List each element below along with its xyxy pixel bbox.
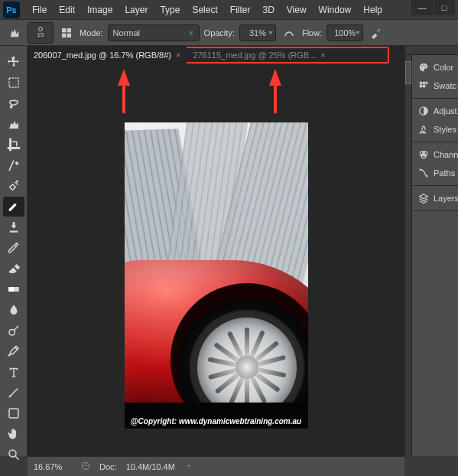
status-bar: 16.67% Doc: 10.4M/10.4M bbox=[28, 456, 404, 476]
document-canvas: @Copyright: www.dynamicwebtraining.com.a… bbox=[125, 122, 308, 429]
window-buttons: — □ bbox=[411, 0, 455, 15]
document-tab[interactable]: 206007_med.jpg @ 16.7% (RGB/8#)× bbox=[28, 46, 187, 64]
document-tabstrip: 206007_med.jpg @ 16.7% (RGB/8#)×276115_m… bbox=[28, 46, 404, 64]
layers-panel[interactable]: Layers bbox=[412, 189, 458, 207]
menu-file[interactable]: File bbox=[26, 5, 53, 15]
svg-rect-3 bbox=[67, 33, 71, 37]
dodge-tool[interactable] bbox=[3, 321, 24, 341]
menu-3d[interactable]: 3D bbox=[256, 5, 280, 15]
menu-filter[interactable]: Filter bbox=[224, 5, 257, 15]
paths-panel[interactable]: Paths bbox=[412, 164, 458, 182]
clone-stamp-tool[interactable] bbox=[3, 217, 24, 237]
shape-tool[interactable] bbox=[3, 403, 24, 423]
menu-image[interactable]: Image bbox=[81, 5, 119, 15]
panel-label: Adjust bbox=[434, 106, 457, 116]
menu-select[interactable]: Select bbox=[186, 5, 223, 15]
panel-label: Paths bbox=[434, 168, 455, 178]
brush-preset-picker[interactable]: 15 bbox=[28, 22, 54, 44]
lasso-tool[interactable] bbox=[3, 93, 24, 113]
zoom-level[interactable]: 16.67% bbox=[34, 462, 72, 471]
channels-panel[interactable]: Chann bbox=[412, 145, 458, 164]
tool-preset-picker[interactable] bbox=[6, 24, 23, 41]
menu-help[interactable]: Help bbox=[357, 5, 388, 15]
blend-mode-value: Normal bbox=[113, 28, 140, 37]
document-tab[interactable]: 276115_med.jpg @ 25% (RGB...× bbox=[187, 46, 331, 64]
zoom-tool[interactable] bbox=[3, 445, 24, 465]
panel-label: Styles bbox=[434, 125, 456, 134]
panel-label: Layers bbox=[434, 194, 458, 203]
canvas-viewport[interactable]: @Copyright: www.dynamicwebtraining.com.a… bbox=[28, 64, 404, 456]
panel-label: Swatc bbox=[434, 81, 456, 90]
marquee-tool[interactable] bbox=[3, 73, 24, 93]
status-arrow-icon[interactable] bbox=[81, 461, 90, 472]
brush-panel-toggle[interactable] bbox=[58, 24, 75, 41]
document-tab-label: 206007_med.jpg @ 16.7% (RGB/8#) bbox=[34, 51, 171, 60]
flow-label: Flow: bbox=[302, 28, 322, 37]
annotation-arrow bbox=[269, 69, 281, 86]
styles-panel[interactable]: Styles bbox=[412, 120, 458, 139]
menu-edit[interactable]: Edit bbox=[53, 5, 81, 15]
menu-type[interactable]: Type bbox=[154, 5, 186, 15]
path-select-tool[interactable] bbox=[3, 383, 24, 403]
document-area: 206007_med.jpg @ 16.7% (RGB/8#)×276115_m… bbox=[28, 46, 404, 456]
maximize-button[interactable]: □ bbox=[434, 0, 455, 15]
annotation-arrow bbox=[118, 69, 130, 86]
svg-rect-0 bbox=[62, 28, 66, 32]
doc-size-label: Doc: bbox=[99, 462, 117, 471]
menu-layer[interactable]: Layer bbox=[119, 5, 154, 15]
hand-tool[interactable] bbox=[3, 424, 24, 444]
history-brush-tool[interactable] bbox=[3, 238, 24, 258]
status-menu-icon[interactable] bbox=[184, 461, 193, 472]
opacity-input[interactable]: 31% bbox=[239, 24, 276, 41]
airbrush-icon[interactable] bbox=[368, 24, 385, 41]
panel-expand-handle[interactable] bbox=[405, 61, 411, 84]
svg-rect-1 bbox=[67, 28, 71, 32]
document-tab-label: 276115_med.jpg @ 25% (RGB... bbox=[193, 51, 316, 60]
menubar: Ps FileEditImageLayerTypeSelectFilter3DV… bbox=[0, 0, 458, 20]
gradient-tool[interactable] bbox=[3, 279, 24, 299]
adjustments-panel[interactable]: Adjust bbox=[412, 102, 458, 120]
move-tool[interactable] bbox=[3, 52, 24, 72]
svg-point-4 bbox=[83, 462, 89, 469]
close-icon[interactable]: × bbox=[320, 51, 325, 60]
opacity-label: Opacity: bbox=[204, 28, 235, 37]
mode-label: Mode: bbox=[80, 28, 103, 37]
panels-dock: ColorSwatcAdjustStylesChannPathsLayers bbox=[404, 46, 458, 456]
close-icon[interactable]: × bbox=[176, 51, 180, 60]
panel-label: Color bbox=[434, 63, 453, 72]
brush-tool[interactable] bbox=[3, 197, 24, 217]
menu-window[interactable]: Window bbox=[313, 5, 358, 15]
blur-tool[interactable] bbox=[3, 300, 24, 320]
quick-select-tool[interactable] bbox=[3, 114, 24, 134]
app-logo: Ps bbox=[3, 2, 20, 18]
menu-view[interactable]: View bbox=[281, 5, 313, 15]
panel-label: Chann bbox=[434, 150, 458, 159]
canvas-copyright: @Copyright: www.dynamicwebtraining.com.a… bbox=[125, 417, 308, 425]
pen-tool[interactable] bbox=[3, 341, 24, 361]
color-panel[interactable]: Color bbox=[412, 58, 458, 77]
flow-input[interactable]: 100% bbox=[326, 24, 363, 41]
type-tool[interactable] bbox=[3, 362, 24, 382]
swatches-panel[interactable]: Swatc bbox=[412, 77, 458, 95]
healing-brush-tool[interactable] bbox=[3, 176, 24, 196]
eraser-tool[interactable] bbox=[3, 259, 24, 279]
doc-size-value: 10.4M/10.4M bbox=[126, 462, 175, 471]
pressure-opacity-icon[interactable] bbox=[281, 24, 297, 41]
tools-panel bbox=[0, 46, 28, 456]
crop-tool[interactable] bbox=[3, 135, 24, 155]
panels-grip[interactable] bbox=[405, 46, 458, 55]
blend-mode-select[interactable]: Normal bbox=[108, 24, 200, 41]
eyedropper-tool[interactable] bbox=[3, 155, 24, 175]
options-bar: 15 Mode: Normal Opacity: 31% Flow: 100% bbox=[0, 20, 458, 46]
minimize-button[interactable]: — bbox=[411, 0, 433, 15]
svg-rect-2 bbox=[62, 33, 66, 37]
